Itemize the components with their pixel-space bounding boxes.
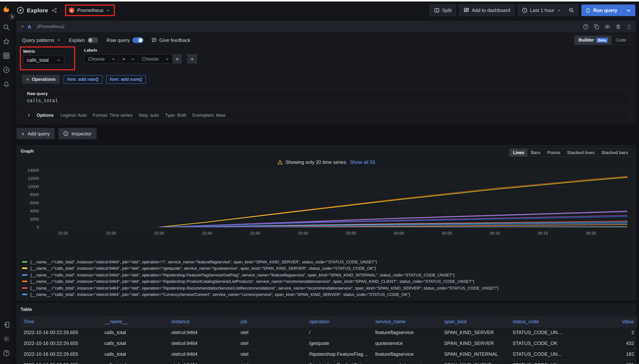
remove-label-filter-button[interactable] bbox=[172, 54, 182, 64]
give-feedback-link[interactable]: Give feedback bbox=[152, 37, 190, 43]
graph-mode-points[interactable]: Points bbox=[544, 149, 564, 156]
sign-in-icon[interactable] bbox=[3, 321, 10, 328]
add-label-filter-button[interactable]: + bbox=[187, 54, 197, 64]
table-cell: 2022-10-16 00:22:29.655 bbox=[20, 349, 102, 360]
query-patterns-dropdown[interactable]: Query patterns bbox=[22, 37, 60, 43]
x-axis-tick-label: 23:35 bbox=[154, 231, 164, 236]
legend-item[interactable]: {__name__="calls_total", instance="otelc… bbox=[22, 258, 632, 265]
add-query-button[interactable]: + Add query bbox=[16, 128, 54, 139]
run-query-dropdown[interactable] bbox=[622, 4, 635, 16]
add-to-dashboard-button[interactable]: Add to dashboard bbox=[459, 4, 514, 16]
raw-query-toggle-label: Raw query bbox=[106, 37, 130, 43]
show-all-series-link[interactable]: Show all 55 bbox=[350, 159, 375, 165]
query-row-header[interactable]: A (Prometheus) bbox=[17, 21, 636, 32]
time-range-picker[interactable]: Last 1 hour bbox=[518, 5, 564, 16]
table-panel: Table Time__name__instancejoboperationse… bbox=[16, 304, 636, 364]
copy-query-icon[interactable] bbox=[594, 24, 599, 29]
legend-item[interactable]: {__name__="calls_total", instance="otelc… bbox=[22, 272, 632, 278]
graph-mode-stacked-bars[interactable]: Stacked bars bbox=[598, 149, 632, 156]
gear-icon[interactable] bbox=[3, 336, 10, 342]
code-mode-button[interactable]: Code bbox=[612, 36, 630, 44]
search-icon[interactable] bbox=[3, 24, 10, 31]
legend-series-swatch bbox=[22, 261, 27, 262]
legend-series-label: {__name__="calls_total", instance="otelc… bbox=[30, 279, 474, 284]
table-column-header-instance[interactable]: instance bbox=[168, 316, 238, 327]
inspector-button[interactable]: Inspector bbox=[58, 128, 96, 139]
help-icon[interactable] bbox=[3, 350, 10, 356]
table-column-header-job[interactable]: job bbox=[238, 316, 306, 327]
sidebar bbox=[0, 2, 12, 364]
label-value-select[interactable]: Choose bbox=[138, 54, 172, 64]
split-button[interactable]: Split bbox=[429, 4, 456, 16]
table-cell: featureflagservice bbox=[372, 349, 441, 360]
alerting-bell-icon[interactable] bbox=[3, 81, 10, 88]
chevron-down-icon bbox=[112, 57, 115, 61]
drag-handle-icon[interactable] bbox=[626, 24, 632, 29]
table-column-header-value[interactable]: Value bbox=[568, 316, 637, 327]
metric-select[interactable]: calls_total bbox=[23, 55, 64, 65]
query-help-icon[interactable] bbox=[583, 24, 588, 29]
raw-query-toggle[interactable] bbox=[132, 37, 143, 43]
label-value-value: Choose bbox=[142, 56, 162, 62]
query-options-collapsible[interactable]: Options Legend: Auto Format: Time series… bbox=[22, 110, 630, 120]
zoom-out-icon bbox=[568, 8, 574, 13]
table-row: 2022-10-16 00:22:29.655calls_totalotelco… bbox=[20, 349, 637, 360]
query-ref-id[interactable]: A bbox=[28, 24, 31, 29]
remove-query-trash-icon[interactable] bbox=[616, 24, 621, 29]
chevron-down-icon bbox=[626, 8, 631, 13]
run-query-sync-icon bbox=[585, 8, 590, 13]
grafana-logo[interactable] bbox=[2, 4, 11, 14]
zoom-out-time-button[interactable] bbox=[565, 5, 578, 16]
table-column-header---name--[interactable]: __name__ bbox=[102, 316, 168, 327]
label-name-select[interactable]: Choose bbox=[84, 54, 118, 64]
label-operator-select[interactable]: = bbox=[118, 54, 138, 64]
table-column-header-service-name[interactable]: service_name bbox=[372, 316, 441, 327]
add-to-dashboard-label: Add to dashboard bbox=[472, 8, 510, 13]
table-cell: SPAN_KIND_CLIENT bbox=[441, 360, 510, 364]
table-column-header-span-kind[interactable]: span_kind bbox=[441, 316, 510, 327]
table-column-header-operation[interactable]: operation bbox=[306, 316, 372, 327]
dashboards-icon[interactable] bbox=[3, 52, 10, 59]
legend-series-swatch bbox=[22, 287, 27, 289]
explain-toggle[interactable] bbox=[87, 37, 98, 43]
table-cell: 2 bbox=[568, 327, 637, 338]
time-series-chart[interactable]: 0200040006000800010000120001400023:2523:… bbox=[20, 166, 632, 238]
table-cell: STATUS_CODE_UNSET bbox=[510, 327, 568, 338]
graph-mode-stacked-lines[interactable]: Stacked lines bbox=[564, 149, 598, 156]
graph-mode-lines[interactable]: Lines bbox=[510, 149, 528, 156]
legend-item[interactable]: {__name__="calls_total", instance="otelc… bbox=[22, 291, 632, 297]
run-query-button[interactable]: Run query bbox=[581, 4, 622, 16]
raw-query-value: calls_total bbox=[27, 98, 626, 104]
explore-actions-row: + Add query Inspector bbox=[16, 128, 636, 139]
builder-mode-button[interactable]: Builder Beta bbox=[575, 36, 612, 44]
x-axis-tick-label: 23:50 bbox=[298, 231, 308, 236]
sidebar-expand-button[interactable] bbox=[9, 14, 15, 20]
table-panel-title: Table bbox=[20, 307, 632, 314]
datasource-picker[interactable]: Prometheus bbox=[69, 8, 110, 13]
table-column-header-status-code[interactable]: status_code bbox=[510, 316, 568, 327]
graph-mode-bars[interactable]: Bars bbox=[528, 149, 544, 156]
legend-item[interactable]: {__name__="calls_total", instance="otelc… bbox=[22, 278, 632, 285]
hide-response-eye-icon[interactable] bbox=[604, 24, 610, 29]
x-axis-tick-label: 00:10 bbox=[490, 231, 500, 236]
option-format: Format: Time series bbox=[93, 112, 132, 118]
x-axis-tick-label: 23:25 bbox=[58, 231, 68, 236]
y-axis-tick-label: 14000 bbox=[28, 168, 39, 173]
hint-add-rate-button[interactable]: hint: add rate() bbox=[64, 75, 102, 84]
y-axis-tick-label: 12000 bbox=[28, 176, 39, 181]
metric-labels-row: Metric calls_total Labels bbox=[22, 48, 630, 70]
legend-item[interactable]: {__name__="calls_total", instance="otelc… bbox=[22, 285, 632, 291]
table-column-header-time[interactable]: Time bbox=[20, 316, 102, 327]
explore-compass-icon[interactable] bbox=[3, 66, 10, 73]
legend-item[interactable]: {__name__="calls_total", instance="otelc… bbox=[22, 265, 632, 272]
table-cell: /getquote bbox=[306, 338, 372, 349]
share-icon[interactable] bbox=[52, 8, 57, 13]
editor-mode-switch: Builder Beta Code bbox=[574, 35, 630, 45]
starred-icon[interactable] bbox=[3, 38, 10, 45]
table-cell: 621 bbox=[568, 360, 637, 364]
hint-add-sum-button[interactable]: hint: add sum() bbox=[106, 75, 146, 84]
legend-series-label: {__name__="calls_total", instance="otelc… bbox=[30, 292, 410, 297]
table-cell: SPAN_KIND_INTERNAL bbox=[441, 349, 510, 360]
add-operation-button[interactable]: + Operations bbox=[22, 75, 60, 84]
table-cell: otel bbox=[238, 338, 306, 349]
